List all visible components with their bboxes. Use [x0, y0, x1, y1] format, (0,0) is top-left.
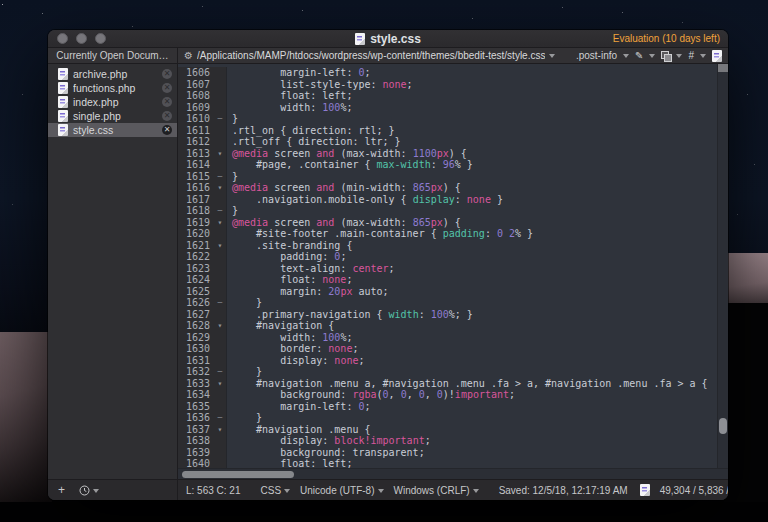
code-line-1607[interactable]: 1607 list-style-type: none;	[178, 79, 717, 91]
code-line-1639[interactable]: 1639 background: transparent;	[178, 447, 717, 459]
code-text: width: 100%;	[227, 102, 352, 114]
code-line-1635[interactable]: 1635 margin-left: 0;	[178, 401, 717, 413]
code-line-1623[interactable]: 1623 text-align: center;	[178, 263, 717, 275]
line-number: 1622	[178, 251, 214, 263]
vertical-scrollbar-thumb[interactable]	[719, 418, 727, 434]
fold-marker-icon[interactable]: –	[214, 171, 227, 183]
fold-marker-icon[interactable]: ▾	[214, 217, 227, 229]
code-line-1606[interactable]: 1606 margin-left: 0;	[178, 67, 717, 79]
code-line-1622[interactable]: 1622 padding: 0;	[178, 251, 717, 263]
code-line-1633[interactable]: 1633▾ #navigation .menu a, #navigation .…	[178, 378, 717, 390]
close-file-icon[interactable]: ✕	[162, 69, 172, 79]
fold-marker-icon[interactable]: ▾	[214, 320, 227, 332]
fold-marker-empty	[214, 102, 227, 114]
horizontal-scrollbar-thumb[interactable]	[182, 471, 294, 478]
code-line-1618[interactable]: 1618–}	[178, 205, 717, 217]
fold-marker-icon[interactable]: ▾	[214, 424, 227, 436]
fold-marker-empty	[214, 228, 227, 240]
sidebar-header[interactable]: Currently Open Docum…	[48, 48, 178, 63]
code-text: list-style-type: none;	[227, 79, 413, 91]
code-text: margin-left: 0;	[227, 67, 371, 79]
sidebar-file-single.php[interactable]: single.php✕	[48, 109, 177, 123]
vertical-scrollbar[interactable]	[717, 64, 728, 468]
code-line-1637[interactable]: 1637▾ #navigation .menu {	[178, 424, 717, 436]
encoding-chevron-icon	[378, 489, 384, 496]
sidebar-file-archive.php[interactable]: archive.php✕	[48, 67, 177, 81]
code-lines[interactable]: 1606 margin-left: 0;1607 list-style-type…	[178, 64, 717, 468]
fold-marker-icon[interactable]: –	[214, 113, 227, 125]
horizontal-scrollbar[interactable]	[178, 468, 728, 479]
hash-icon[interactable]: #	[688, 50, 694, 61]
documents-icon[interactable]	[661, 51, 670, 60]
code-line-1625[interactable]: 1625 margin: 20px auto;	[178, 286, 717, 298]
fold-marker-icon[interactable]: ▾	[214, 182, 227, 194]
path-chevron-icon[interactable]	[549, 54, 555, 61]
sidebar-file-functions.php[interactable]: functions.php✕	[48, 81, 177, 95]
line-number: 1633	[178, 378, 214, 390]
language-dropdown[interactable]: CSS	[260, 485, 290, 496]
code-line-1608[interactable]: 1608 float: left;	[178, 90, 717, 102]
code-line-1631[interactable]: 1631 display: none;	[178, 355, 717, 367]
code-line-1640[interactable]: 1640 float: left;	[178, 458, 717, 468]
context-chevron-icon[interactable]	[623, 54, 629, 61]
code-line-1620[interactable]: 1620 #site-footer .main-container { padd…	[178, 228, 717, 240]
code-line-1624[interactable]: 1624 float: none;	[178, 274, 717, 286]
code-line-1634[interactable]: 1634 background: rgba(0, 0, 0, 0)!import…	[178, 389, 717, 401]
minimize-window-button[interactable]	[76, 33, 87, 44]
close-file-icon[interactable]: ✕	[162, 97, 172, 107]
code-line-1630[interactable]: 1630 border: none;	[178, 343, 717, 355]
code-line-1636[interactable]: 1636– }	[178, 412, 717, 424]
pencil-icon[interactable]: ✎	[635, 50, 643, 61]
line-endings-chevron-icon	[473, 489, 479, 496]
code-line-1627[interactable]: 1627 .primary-navigation { width: 100%; …	[178, 309, 717, 321]
code-line-1638[interactable]: 1638 display: block!important;	[178, 435, 717, 447]
fold-marker-icon[interactable]: ▾	[214, 240, 227, 252]
vertical-scrollbar-top[interactable]	[718, 64, 728, 72]
zoom-window-button[interactable]	[95, 33, 106, 44]
saved-status: Saved: 12/5/18, 12:17:19 AM	[499, 485, 628, 496]
code-line-1626[interactable]: 1626– }	[178, 297, 717, 309]
main-area: archive.php✕functions.php✕index.php✕sing…	[48, 64, 728, 479]
code-line-1629[interactable]: 1629 width: 100%;	[178, 332, 717, 344]
code-line-1628[interactable]: 1628▾ #navigation {	[178, 320, 717, 332]
file-name: archive.php	[73, 68, 157, 80]
code-text: padding: 0;	[227, 251, 346, 263]
documents-chevron-icon[interactable]	[676, 54, 682, 61]
pencil-chevron-icon[interactable]	[649, 54, 655, 61]
code-line-1617[interactable]: 1617 .navigation.mobile-only { display: …	[178, 194, 717, 206]
fold-marker-icon[interactable]: –	[214, 412, 227, 424]
gear-icon[interactable]: ⚙	[184, 51, 193, 61]
code-line-1613[interactable]: 1613▾@media screen and (max-width: 1100p…	[178, 148, 717, 160]
close-file-icon[interactable]: ✕	[162, 111, 172, 121]
close-file-icon[interactable]: ✕	[162, 125, 172, 135]
code-line-1619[interactable]: 1619▾@media screen and (max-width: 865px…	[178, 217, 717, 229]
encoding-dropdown[interactable]: Unicode (UTF-8)	[300, 485, 383, 496]
line-endings-dropdown[interactable]: Windows (CRLF)	[394, 485, 479, 496]
line-number: 1637	[178, 424, 214, 436]
sidebar-file-index.php[interactable]: index.php✕	[48, 95, 177, 109]
new-document-icon[interactable]	[712, 50, 722, 62]
close-window-button[interactable]	[57, 33, 68, 44]
fold-marker-icon[interactable]: –	[214, 366, 227, 378]
fold-marker-icon[interactable]: –	[214, 297, 227, 309]
hash-chevron-icon[interactable]	[700, 54, 706, 61]
code-line-1621[interactable]: 1621▾ .site-branding {	[178, 240, 717, 252]
code-line-1615[interactable]: 1615–}	[178, 171, 717, 183]
line-number: 1631	[178, 355, 214, 367]
fold-marker-icon[interactable]: ▾	[214, 378, 227, 390]
code-line-1616[interactable]: 1616▾@media screen and (min-width: 865px…	[178, 182, 717, 194]
close-file-icon[interactable]: ✕	[162, 83, 172, 93]
sidebar-file-style.css[interactable]: style.css✕	[48, 123, 177, 137]
code-line-1614[interactable]: 1614 #page, .container { max-width: 96% …	[178, 159, 717, 171]
code-line-1632[interactable]: 1632– }	[178, 366, 717, 378]
add-document-button[interactable]: +	[58, 483, 65, 497]
recent-documents-button[interactable]	[79, 485, 99, 496]
code-line-1611[interactable]: 1611.rtl_on { direction: rtl; }	[178, 125, 717, 137]
file-path-dropdown[interactable]: /Applications/MAMP/htdocs/wordpress/wp-c…	[197, 50, 545, 61]
code-line-1609[interactable]: 1609 width: 100%;	[178, 102, 717, 114]
code-line-1610[interactable]: 1610–}	[178, 113, 717, 125]
code-line-1612[interactable]: 1612.rtl_off { direction: ltr; }	[178, 136, 717, 148]
fold-marker-icon[interactable]: –	[214, 205, 227, 217]
fold-marker-icon[interactable]: ▾	[214, 148, 227, 160]
context-selector-dropdown[interactable]: .post-info	[576, 50, 617, 61]
